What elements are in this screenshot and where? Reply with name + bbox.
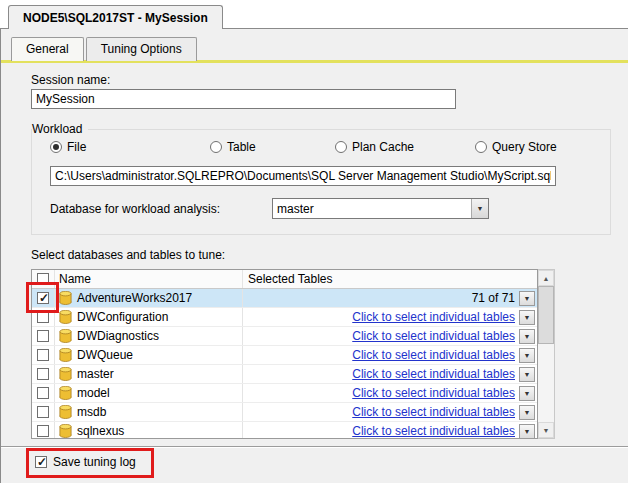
grid-header-name-label: Name xyxy=(59,272,91,286)
row-checkbox-cell xyxy=(32,422,54,439)
database-name: AdventureWorks2017 xyxy=(77,291,192,305)
radio-plan-cache[interactable]: Plan Cache xyxy=(335,140,475,154)
table-row[interactable]: masterClick to select individual tables▼ xyxy=(32,365,537,384)
workload-db-value: master xyxy=(273,202,471,216)
radio-label: Table xyxy=(227,140,256,154)
grid-header-name[interactable]: Name xyxy=(54,270,242,288)
select-tables-link[interactable]: Click to select individual tables xyxy=(352,405,515,419)
select-tables-link[interactable]: Click to select individual tables xyxy=(352,329,515,343)
save-tuning-log-label: Save tuning log xyxy=(53,455,136,469)
database-name: model xyxy=(77,386,110,400)
select-tables-link[interactable]: Click to select individual tables xyxy=(352,424,515,438)
row-checkbox[interactable] xyxy=(37,387,49,399)
tab-strip: GeneralTuning Options xyxy=(11,37,197,61)
table-row[interactable]: sqlnexusClick to select individual table… xyxy=(32,422,537,439)
table-row[interactable]: AdventureWorks201771 of 71▼ xyxy=(32,289,537,308)
row-selected-tables-cell: Click to select individual tables▼ xyxy=(242,422,537,439)
radio-label: File xyxy=(67,140,86,154)
select-tables-link[interactable]: Click to select individual tables xyxy=(352,348,515,362)
tab-tuning-options[interactable]: Tuning Options xyxy=(86,37,197,61)
workload-radio-row: FileTablePlan CacheQuery Store xyxy=(50,140,557,154)
select-tables-link[interactable]: Click to select individual tables xyxy=(352,367,515,381)
database-name: sqlnexus xyxy=(77,424,124,438)
scroll-up-icon[interactable]: ▲ xyxy=(538,270,554,286)
radio-file[interactable]: File xyxy=(50,140,210,154)
database-name: DWDiagnostics xyxy=(77,329,159,343)
tables-dropdown-button[interactable]: ▼ xyxy=(519,424,535,439)
workload-db-combo[interactable]: master ▼ xyxy=(272,198,489,219)
row-checkbox[interactable] xyxy=(37,292,49,304)
radio-table[interactable]: Table xyxy=(210,140,335,154)
row-selected-tables-cell: 71 of 71▼ xyxy=(242,289,537,307)
row-checkbox-cell xyxy=(32,384,54,402)
tables-dropdown-button[interactable]: ▼ xyxy=(519,405,535,420)
grid-header-selected-tables[interactable]: Selected Tables xyxy=(242,270,537,288)
row-checkbox[interactable] xyxy=(37,311,49,323)
scroll-down-icon[interactable]: ▼ xyxy=(538,422,554,438)
table-row[interactable]: DWDiagnosticsClick to select individual … xyxy=(32,327,537,346)
radio-circle-icon xyxy=(210,141,222,153)
table-row[interactable]: DWQueueClick to select individual tables… xyxy=(32,346,537,365)
row-name-cell: DWQueue xyxy=(54,346,242,364)
workload-group-caption: Workload xyxy=(32,122,88,136)
tables-dropdown-button[interactable]: ▼ xyxy=(519,367,535,382)
scrollbar-thumb[interactable] xyxy=(538,286,554,344)
database-icon xyxy=(59,291,72,305)
table-row[interactable]: DWConfigurationClick to select individua… xyxy=(32,308,537,327)
row-checkbox[interactable] xyxy=(37,349,49,361)
workload-file-input[interactable] xyxy=(50,166,556,186)
select-tables-link[interactable]: Click to select individual tables xyxy=(352,386,515,400)
tables-dropdown-button[interactable]: ▼ xyxy=(519,291,535,306)
grid-header-checkbox-cell xyxy=(32,270,54,288)
selected-tables-count: 71 of 71 xyxy=(472,291,515,305)
database-name: DWQueue xyxy=(77,348,133,362)
radio-query-store[interactable]: Query Store xyxy=(475,140,557,154)
session-document-tab[interactable]: NODE5\SQL2017ST - MySession xyxy=(8,5,223,29)
tables-dropdown-button[interactable]: ▼ xyxy=(519,386,535,401)
session-document-tab-label: NODE5\SQL2017ST - MySession xyxy=(23,11,208,25)
radio-label: Plan Cache xyxy=(352,140,414,154)
row-selected-tables-cell: Click to select individual tables▼ xyxy=(242,384,537,402)
session-name-label: Session name: xyxy=(31,73,110,87)
row-selected-tables-cell: Click to select individual tables▼ xyxy=(242,308,537,326)
vertical-scrollbar[interactable]: ▲ ▼ xyxy=(538,269,555,439)
session-name-input[interactable] xyxy=(31,89,456,109)
database-icon xyxy=(59,310,72,324)
workload-db-row: Database for workload analysis: master ▼ xyxy=(50,198,489,219)
row-checkbox[interactable] xyxy=(37,368,49,380)
save-tuning-log[interactable]: Save tuning log xyxy=(35,455,136,469)
row-name-cell: sqlnexus xyxy=(54,422,242,439)
save-tuning-log-checkbox[interactable] xyxy=(35,456,47,468)
row-name-cell: master xyxy=(54,365,242,383)
row-name-cell: msdb xyxy=(54,403,242,421)
row-name-cell: DWDiagnostics xyxy=(54,327,242,345)
row-checkbox-cell xyxy=(32,327,54,345)
combo-dropdown-icon[interactable]: ▼ xyxy=(471,199,488,218)
select-tables-link[interactable]: Click to select individual tables xyxy=(352,310,515,324)
db-grid-body: AdventureWorks201771 of 71▼DWConfigurati… xyxy=(32,289,537,439)
row-checkbox-cell xyxy=(32,308,54,326)
radio-circle-icon xyxy=(50,141,62,153)
separator xyxy=(1,446,628,448)
row-name-cell: model xyxy=(54,384,242,402)
tables-dropdown-button[interactable]: ▼ xyxy=(519,329,535,344)
tables-dropdown-button[interactable]: ▼ xyxy=(519,348,535,363)
tab-general[interactable]: General xyxy=(11,37,84,61)
row-checkbox[interactable] xyxy=(37,406,49,418)
row-checkbox-cell xyxy=(32,289,54,307)
table-row[interactable]: msdbClick to select individual tables▼ xyxy=(32,403,537,422)
tables-dropdown-button[interactable]: ▼ xyxy=(519,310,535,325)
databases-grid-main: Name Selected Tables AdventureWorks20177… xyxy=(31,269,538,439)
select-all-checkbox[interactable] xyxy=(37,273,49,285)
session-panel: GeneralTuning Options Session name: Work… xyxy=(0,28,628,483)
row-name-cell: AdventureWorks2017 xyxy=(54,289,242,307)
row-selected-tables-cell: Click to select individual tables▼ xyxy=(242,327,537,345)
row-checkbox[interactable] xyxy=(37,330,49,342)
grid-header-row: Name Selected Tables xyxy=(32,270,537,289)
scrollbar-track[interactable] xyxy=(538,286,554,422)
row-checkbox-cell xyxy=(32,346,54,364)
database-name: msdb xyxy=(77,405,106,419)
table-row[interactable]: modelClick to select individual tables▼ xyxy=(32,384,537,403)
database-icon xyxy=(59,348,72,362)
row-checkbox[interactable] xyxy=(37,425,49,437)
